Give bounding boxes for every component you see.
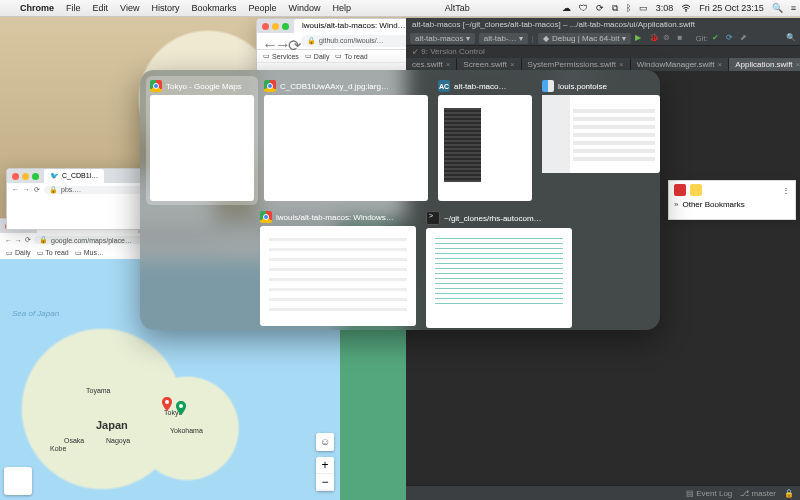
forward-button[interactable]: → <box>275 36 285 46</box>
bookmark-folder[interactable]: ▭ Daily <box>6 249 31 257</box>
map-city-label: Japan <box>96 419 128 431</box>
ext-icon-pdf[interactable] <box>674 184 686 196</box>
forward-button[interactable]: → <box>15 237 22 244</box>
chrome-icon <box>264 80 276 92</box>
bookmark-folder[interactable]: ▭ To read <box>335 52 367 60</box>
ide-statusbar: ▤ Event Log ⎇ master 🔒 <box>406 485 800 500</box>
map-city-label: Toyama <box>86 387 111 394</box>
menubar-dropbox-icon[interactable]: ⧉ <box>608 3 622 14</box>
menubar-cloud-icon[interactable]: ☁︎ <box>558 3 575 13</box>
menubar-battery-icon[interactable]: ▭ <box>635 3 652 13</box>
switcher-window-header: C_CDB1lUwAAxy_d.jpg:larg… <box>264 80 428 92</box>
switcher-window[interactable]: Tokyo - Google Maps <box>146 76 258 205</box>
ide-stop-button[interactable]: ■ <box>677 33 687 43</box>
switcher-window[interactable]: ~/git_clones/rhs-autocom… <box>426 211 572 328</box>
zoom-window-button[interactable] <box>32 173 39 180</box>
chrome-menu-icon[interactable]: ⋮ <box>782 186 790 195</box>
lock-icon: 🔒 <box>49 186 58 194</box>
menubar-notification-icon[interactable]: ≡ <box>787 3 800 13</box>
ide-debug-button[interactable]: 🐞 <box>649 33 659 43</box>
ide-run-config[interactable]: ◆ Debug | Mac 64-bit ▾ <box>538 33 631 44</box>
maps-zoom-out[interactable]: − <box>316 474 334 491</box>
forward-button[interactable]: → <box>23 186 30 193</box>
back-button[interactable]: ← <box>262 36 272 46</box>
menu-view[interactable]: View <box>114 3 145 13</box>
close-window-button[interactable] <box>262 23 269 30</box>
ide-git-commit-icon[interactable]: ⟳ <box>726 33 736 43</box>
menu-window[interactable]: Window <box>282 3 326 13</box>
alttab-switcher[interactable]: Tokyo - Google MapsC_CDB1lUwAAxy_d.jpg:l… <box>140 70 660 330</box>
map-pin-tokyo[interactable] <box>162 397 172 411</box>
ide-git-update-icon[interactable]: ✔ <box>712 33 722 43</box>
ide-profile-button[interactable]: ⊚ <box>663 33 673 43</box>
minimize-window-button[interactable] <box>22 173 29 180</box>
ide-event-log[interactable]: ▤ Event Log <box>686 489 732 498</box>
menu-people[interactable]: People <box>242 3 282 13</box>
back-button[interactable]: ← <box>5 237 12 244</box>
switcher-window-title: lwouis/alt-tab-macos: Windows… <box>276 213 394 222</box>
menubar-center-app[interactable]: AltTab <box>441 3 474 13</box>
twitter-icon: 🐦 <box>50 169 59 183</box>
ide-run-button[interactable]: ▶ <box>635 33 645 43</box>
menu-help[interactable]: Help <box>326 3 357 13</box>
menubar-app-name[interactable]: Chrome <box>14 3 60 13</box>
map-city-label: Kobe <box>50 445 66 452</box>
menu-file[interactable]: File <box>60 3 87 13</box>
switcher-window[interactable]: ACalt-tab-maco… <box>438 80 532 201</box>
chrome-tab[interactable]: 🐦C_CDB1l… <box>44 169 104 183</box>
close-icon[interactable]: × <box>718 58 723 72</box>
menubar-bluetooth-icon[interactable]: ᛒ <box>622 3 635 13</box>
reload-button[interactable]: ⟳ <box>25 236 31 244</box>
reload-button[interactable]: ⟳ <box>34 186 40 194</box>
ext-icon-emoji[interactable] <box>690 184 702 196</box>
ide-tab-active[interactable]: Application.swift× <box>729 58 800 72</box>
lock-icon[interactable]: 🔒 <box>784 489 794 498</box>
switcher-window-thumbnail <box>150 95 254 201</box>
ide-version-control-panel[interactable]: ↙ 9: Version Control <box>406 46 800 58</box>
menubar-updates-icon[interactable]: ⟳ <box>592 3 608 13</box>
chrome-tab[interactable]: lwouis/alt-tab-macos: Wind… <box>294 19 414 33</box>
terminal-icon <box>426 211 440 225</box>
map-city-label: Yokohama <box>170 427 203 434</box>
close-icon[interactable]: × <box>796 58 800 72</box>
switcher-window-header: lwouis/alt-tab-macos: Windows… <box>260 211 416 223</box>
back-button[interactable]: ← <box>12 186 19 193</box>
menu-bookmarks[interactable]: Bookmarks <box>185 3 242 13</box>
ide-git-branch[interactable]: ⎇ master <box>740 489 776 498</box>
ide-toolbar: alt-tab-macos ▾ alt-tab-… ▾ | ◆ Debug | … <box>406 31 800 46</box>
menu-history[interactable]: History <box>145 3 185 13</box>
menu-edit[interactable]: Edit <box>87 3 115 13</box>
switcher-window-title: C_CDB1lUwAAxy_d.jpg:larg… <box>280 82 389 91</box>
maps-layers-button[interactable] <box>4 467 32 495</box>
switcher-window-header: ACalt-tab-maco… <box>438 80 532 92</box>
switcher-window-thumbnail <box>264 95 428 201</box>
zoom-window-button[interactable] <box>282 23 289 30</box>
maps-pegman[interactable]: ☺ <box>316 433 334 451</box>
ide-git-push-icon[interactable]: ⬈ <box>740 33 750 43</box>
menubar-spotlight-icon[interactable]: 🔍 <box>768 3 787 13</box>
ide-target-selector[interactable]: alt-tab-… ▾ <box>479 33 528 44</box>
menubar-date[interactable]: Fri 25 Oct 23:15 <box>695 3 768 13</box>
lock-icon: 🔒 <box>307 35 316 47</box>
close-window-button[interactable] <box>12 173 19 180</box>
bookmark-folder[interactable]: ▭ Daily <box>305 52 330 60</box>
minimize-window-button[interactable] <box>272 23 279 30</box>
chrome-extension-popup[interactable]: ⋮ » Other Bookmarks <box>668 180 796 220</box>
menubar-wifi-icon[interactable] <box>677 3 695 14</box>
map-pin-secondary[interactable] <box>176 401 186 415</box>
maps-zoom-in[interactable]: + <box>316 457 334 474</box>
switcher-window-header: louis.pontoise <box>542 80 660 92</box>
map-sea-label: Sea of Japan <box>12 309 59 318</box>
menubar-time[interactable]: 3:08 <box>652 3 678 13</box>
reload-button[interactable]: ⟳ <box>288 36 298 46</box>
ide-project-selector[interactable]: alt-tab-macos ▾ <box>410 33 475 44</box>
ide-search-icon[interactable]: 🔍 <box>786 33 796 43</box>
switcher-window[interactable]: louis.pontoise <box>542 80 660 201</box>
other-bookmarks-label[interactable]: Other Bookmarks <box>682 200 744 209</box>
menubar-shield-icon[interactable]: 🛡 <box>575 3 592 13</box>
bookmark-folder[interactable]: ▭ To read <box>37 249 69 257</box>
switcher-window[interactable]: lwouis/alt-tab-macos: Windows… <box>260 211 416 328</box>
switcher-window[interactable]: C_CDB1lUwAAxy_d.jpg:larg… <box>264 80 428 201</box>
bookmark-folder[interactable]: ▭ Services <box>263 52 299 60</box>
bookmark-folder[interactable]: ▭ Mus… <box>75 249 104 257</box>
